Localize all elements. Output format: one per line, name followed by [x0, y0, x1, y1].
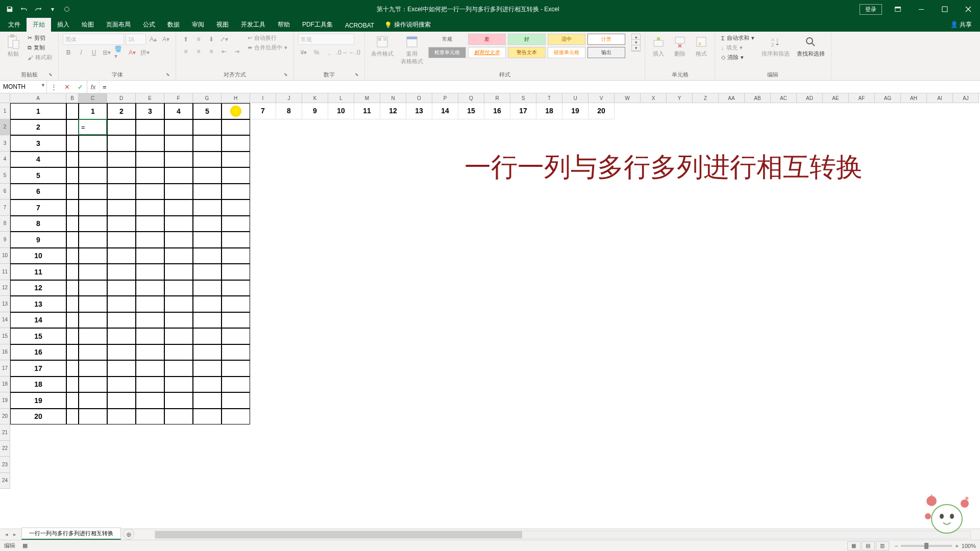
cell[interactable] — [136, 167, 164, 184]
cell[interactable]: 5 — [193, 103, 222, 119]
cell[interactable] — [79, 184, 107, 200]
cell[interactable] — [79, 296, 107, 312]
cell[interactable] — [136, 328, 164, 344]
row-header[interactable]: 18 — [0, 377, 10, 393]
format-cells-button[interactable]: 格式 — [692, 34, 710, 59]
col-header[interactable]: Z — [693, 93, 719, 103]
tab-formulas[interactable]: 公式 — [137, 18, 161, 32]
col-header[interactable]: G — [193, 93, 222, 103]
tab-pdf[interactable]: PDF工具集 — [296, 18, 339, 32]
phonetic-button[interactable]: 拼▾ — [139, 47, 151, 58]
row-header[interactable]: 16 — [0, 344, 10, 361]
fill-button[interactable]: ↓填充▾ — [719, 43, 756, 52]
cell[interactable] — [66, 312, 79, 329]
cell[interactable] — [222, 264, 250, 280]
cell[interactable] — [136, 216, 164, 232]
col-header[interactable]: R — [484, 93, 510, 103]
col-header[interactable]: AG — [875, 93, 901, 103]
cell[interactable] — [66, 409, 79, 425]
cell[interactable] — [193, 264, 222, 280]
cell[interactable]: 16 — [10, 344, 66, 361]
cancel-icon[interactable]: ✕ — [60, 83, 74, 91]
cell[interactable] — [193, 328, 222, 344]
col-header[interactable]: M — [354, 93, 380, 103]
redo-icon[interactable] — [33, 4, 44, 15]
cell[interactable] — [136, 264, 164, 280]
cell-styles-gallery[interactable]: 常规 差 好 适中 计算 检查单元格 解释性文本 警告文本 链接单元格 输出 — [428, 34, 627, 58]
save-icon[interactable] — [4, 4, 15, 15]
cell[interactable] — [136, 248, 164, 264]
cell[interactable]: 18 — [10, 377, 66, 393]
row-header[interactable]: 8 — [0, 216, 10, 232]
chevron-down-icon[interactable]: ▼ — [41, 83, 45, 88]
cell[interactable] — [164, 184, 193, 200]
cell[interactable] — [79, 167, 107, 184]
cell[interactable] — [79, 248, 107, 264]
cell[interactable] — [193, 312, 222, 329]
align-center-icon[interactable]: ≡ — [193, 46, 204, 57]
col-header[interactable]: D — [107, 93, 136, 103]
cell[interactable] — [79, 312, 107, 329]
cell[interactable] — [222, 167, 250, 184]
row-header[interactable]: 4 — [0, 152, 10, 168]
font-name-select[interactable]: 黑体 — [63, 34, 124, 45]
conditional-format-button[interactable]: 条件格式 — [369, 34, 396, 59]
zoom-out-icon[interactable]: − — [895, 543, 898, 549]
col-header[interactable]: K — [302, 93, 328, 103]
underline-button[interactable]: U — [88, 47, 100, 58]
cell[interactable] — [193, 360, 222, 377]
cell[interactable] — [164, 392, 193, 409]
cell[interactable] — [164, 264, 193, 280]
tab-view[interactable]: 视图 — [210, 18, 235, 32]
tab-developer[interactable]: 开发工具 — [235, 18, 272, 32]
cell[interactable] — [222, 199, 250, 216]
tab-review[interactable]: 审阅 — [186, 18, 210, 32]
cell[interactable] — [193, 296, 222, 312]
italic-button[interactable]: I — [76, 47, 87, 58]
cell[interactable] — [222, 216, 250, 232]
insert-function-icon[interactable]: ⋮ — [47, 83, 60, 91]
cell[interactable]: 20 — [10, 409, 66, 425]
select-all-corner[interactable] — [0, 93, 10, 103]
style-check[interactable]: 检查单元格 — [428, 47, 466, 58]
align-left-icon[interactable]: ≡ — [180, 46, 191, 57]
cell[interactable]: 6 — [222, 103, 250, 119]
cell[interactable] — [222, 119, 250, 136]
cell[interactable] — [107, 312, 136, 329]
cell[interactable] — [107, 296, 136, 312]
tab-home[interactable]: 开始 — [27, 18, 51, 32]
cell[interactable] — [164, 119, 193, 136]
cell[interactable] — [136, 184, 164, 200]
zoom-level[interactable]: 100% — [962, 543, 976, 549]
cell[interactable]: 9 — [302, 103, 328, 119]
cell[interactable] — [164, 328, 193, 344]
increase-decimal-icon[interactable]: .0→ — [336, 47, 348, 58]
cell[interactable]: 17 — [10, 360, 66, 377]
cell[interactable] — [193, 377, 222, 393]
cell[interactable] — [136, 296, 164, 312]
cell[interactable]: 14 — [432, 103, 458, 119]
page-break-view-icon[interactable]: ▥ — [876, 541, 889, 550]
minimize-icon[interactable] — [910, 0, 933, 18]
cell[interactable] — [66, 167, 79, 184]
cell[interactable] — [222, 360, 250, 377]
orientation-icon[interactable]: ⤢▾ — [218, 34, 230, 45]
cell[interactable] — [193, 184, 222, 200]
autosum-button[interactable]: Σ自动求和▾ — [719, 34, 756, 42]
style-explain[interactable]: 解释性文本 — [468, 47, 506, 58]
cell[interactable] — [164, 135, 193, 152]
col-header[interactable]: U — [562, 93, 589, 103]
cell[interactable] — [66, 296, 79, 312]
wrap-text-button[interactable]: ↩自动换行 — [246, 34, 289, 42]
cell[interactable] — [193, 344, 222, 361]
cell[interactable]: 17 — [510, 103, 536, 119]
share-button[interactable]: 👤 共享 — [944, 18, 978, 32]
cell[interactable]: 12 — [380, 103, 406, 119]
format-painter-button[interactable]: 🖌格式刷 — [26, 53, 54, 62]
align-middle-icon[interactable]: ≡ — [193, 34, 204, 45]
col-header[interactable]: AB — [745, 93, 771, 103]
close-icon[interactable] — [957, 0, 980, 18]
cell[interactable] — [222, 377, 250, 393]
cell[interactable] — [107, 344, 136, 361]
col-header[interactable]: E — [136, 93, 164, 103]
